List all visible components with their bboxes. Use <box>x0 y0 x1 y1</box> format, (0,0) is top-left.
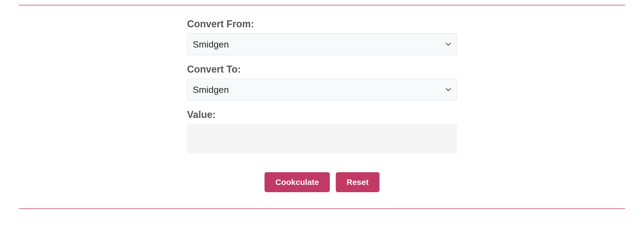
bottom-divider <box>19 208 625 209</box>
button-row: Cookculate Reset <box>187 172 457 192</box>
convert-to-select[interactable]: Smidgen <box>187 79 457 100</box>
value-input[interactable] <box>187 124 457 153</box>
convert-to-group: Convert To: Smidgen <box>187 64 457 100</box>
value-group: Value: <box>187 109 457 153</box>
reset-button[interactable]: Reset <box>336 172 379 192</box>
calculate-button[interactable]: Cookculate <box>265 172 330 192</box>
convert-to-label: Convert To: <box>187 64 457 75</box>
convert-from-group: Convert From: Smidgen <box>187 18 457 55</box>
convert-from-select[interactable]: Smidgen <box>187 33 457 55</box>
convert-from-label: Convert From: <box>187 18 457 30</box>
value-label: Value: <box>187 109 457 120</box>
converter-form: Convert From: Smidgen Convert To: Smidge… <box>187 5 457 192</box>
